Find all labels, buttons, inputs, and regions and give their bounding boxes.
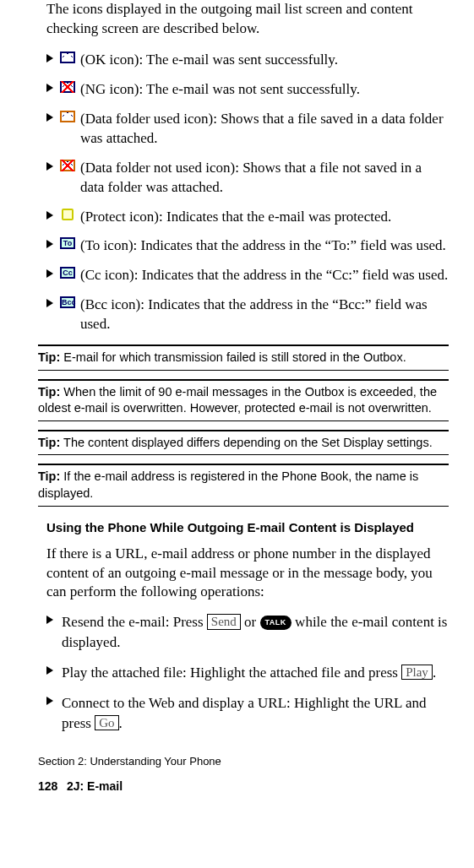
- op-text: Resend the e-mail: Press: [62, 614, 207, 630]
- page-number-line: 1282J: E-mail: [38, 779, 449, 793]
- using-intro: If there is a URL, e-mail address or pho…: [46, 545, 449, 603]
- list-item: (OK icon): The e-mail was sent successfu…: [38, 51, 449, 70]
- data-folder-used-icon: [60, 111, 75, 122]
- chapter-label: 2J: E-mail: [67, 779, 123, 793]
- bcc-icon: Bcc: [60, 296, 75, 308]
- bullet-icon: [46, 269, 53, 278]
- ng-envelope-icon: [60, 81, 75, 93]
- page-footer: Section 2: Understanding Your Phone 1282…: [38, 755, 449, 793]
- list-item: Resend the e-mail: Press Send or TALK wh…: [38, 612, 449, 653]
- list-item: Cc (Cc icon): Indicates that the address…: [38, 266, 449, 285]
- divider: [38, 464, 449, 465]
- icon-desc: (Data folder used icon): Shows that a fi…: [80, 111, 444, 146]
- op-text: or: [241, 614, 260, 630]
- send-key-icon: Send: [207, 614, 241, 630]
- divider: [38, 370, 449, 371]
- section-label: Section 2: Understanding Your Phone: [38, 755, 449, 768]
- subheading: Using the Phone While Outgoing E-mail Co…: [46, 520, 449, 534]
- data-folder-not-used-icon: [60, 160, 75, 171]
- list-item: (Protect icon): Indicates that the e-mai…: [38, 208, 449, 227]
- divider: [38, 344, 449, 346]
- operations-list: Resend the e-mail: Press Send or TALK wh…: [38, 612, 449, 733]
- op-text: Play the attached file: Highlight the at…: [62, 665, 401, 681]
- tip-text: Tip: E-mail for which transmission faile…: [38, 350, 449, 366]
- divider: [38, 454, 449, 455]
- list-item: To (To icon): Indicates that the address…: [38, 236, 449, 256]
- tip-text: Tip: If the e-mail address is registered…: [38, 469, 449, 502]
- icon-desc: (Cc icon): Indicates that the address in…: [80, 267, 448, 283]
- icon-desc: (Protect icon): Indicates that the e-mai…: [80, 209, 391, 225]
- bullet-icon: [46, 162, 53, 171]
- bullet-icon: [46, 697, 53, 705]
- page-number: 128: [38, 779, 67, 793]
- bullet-icon: [46, 211, 53, 220]
- list-item: (Data folder not used icon): Shows that …: [38, 159, 449, 198]
- bullet-icon: [46, 616, 53, 624]
- icon-desc: (Data folder not used icon): Shows that …: [80, 160, 422, 195]
- bullet-icon: [46, 113, 53, 122]
- ok-envelope-icon: [60, 52, 75, 63]
- divider: [38, 420, 449, 421]
- to-icon: To: [60, 237, 75, 249]
- icon-desc: (NG icon): The e-mail was not sent succe…: [80, 81, 360, 97]
- bullet-icon: [46, 299, 53, 307]
- go-key-icon: Go: [95, 715, 118, 731]
- icon-desc: (To icon): Indicates that the address in…: [80, 237, 446, 253]
- bullet-icon: [46, 240, 53, 248]
- op-text: .: [433, 665, 436, 681]
- bullet-icon: [46, 666, 53, 675]
- play-key-icon: Play: [401, 665, 433, 681]
- list-item: (Data folder used icon): Shows that a fi…: [38, 110, 449, 149]
- tip-text: Tip: The content displayed differs depen…: [38, 435, 449, 452]
- icon-description-list: (OK icon): The e-mail was sent successfu…: [38, 51, 449, 334]
- bullet-icon: [46, 84, 53, 92]
- intro-text: The icons displayed in the outgoing mail…: [46, 0, 449, 39]
- op-text: .: [119, 715, 123, 731]
- cc-icon: Cc: [60, 267, 75, 279]
- divider: [38, 506, 449, 507]
- list-item: Connect to the Web and display a URL: Hi…: [38, 693, 449, 734]
- bullet-icon: [46, 54, 53, 62]
- divider: [38, 379, 449, 381]
- divider: [38, 430, 449, 431]
- tip-text: Tip: When the limit of 90 e-mail message…: [38, 384, 449, 417]
- protect-icon: [62, 209, 74, 220]
- icon-desc: (OK icon): The e-mail was sent successfu…: [80, 52, 338, 68]
- talk-key-icon: TALK: [260, 616, 291, 630]
- list-item: Play the attached file: Highlight the at…: [38, 663, 449, 683]
- icon-desc: (Bcc icon): Indicates that the address i…: [80, 296, 428, 332]
- list-item: (NG icon): The e-mail was not sent succe…: [38, 80, 449, 100]
- list-item: Bcc (Bcc icon): Indicates that the addre…: [38, 296, 449, 334]
